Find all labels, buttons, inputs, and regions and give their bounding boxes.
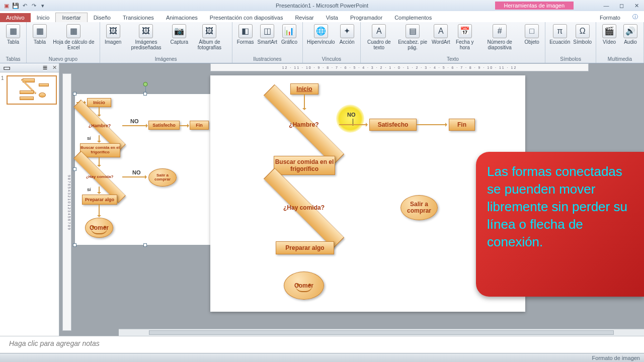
tab-vista[interactable]: Vista xyxy=(320,13,344,22)
shape-satisfecho[interactable]: Satisfecho xyxy=(369,119,417,131)
slides-panel-tabs: ▭ ≡ ✕ xyxy=(0,63,59,72)
ribbon-button[interactable]: ▦Hoja de cálculo de Excel xyxy=(51,23,97,51)
ribbon-button[interactable]: ▤Encabez. pie pág. xyxy=(395,23,430,51)
slide-number: 1 xyxy=(0,72,5,108)
ribbon-button[interactable]: 🖼Imagen xyxy=(103,23,123,51)
status-right-text: Formato de imagen xyxy=(592,355,640,361)
ribbon-icon: A xyxy=(372,24,386,38)
resize-handle-s[interactable] xyxy=(143,243,147,247)
ribbon-button[interactable]: □Objeto xyxy=(522,23,542,51)
ribbon-help-icon[interactable]: ⓘ xyxy=(626,12,644,22)
ribbon-group-label: Vínculos xyxy=(322,56,341,63)
minimize-button[interactable]: — xyxy=(601,3,612,9)
connector xyxy=(99,187,100,194)
ribbon-icon: # xyxy=(493,24,507,38)
slides-tab-icon[interactable]: ▭ xyxy=(0,63,14,72)
selected-group-frame[interactable]: Inicio ¿Hambre? NO Satisfecho Fin SÍ Bus… xyxy=(74,94,216,245)
tab-file[interactable]: Archivo xyxy=(0,13,31,22)
ribbon-group: 🖼Imagen🖼Imágenes prediseñadas📷Captura🖼Ál… xyxy=(100,22,232,63)
label-no-sm: NO xyxy=(130,118,139,124)
ribbon-button[interactable]: 🌐Hipervínculo xyxy=(306,23,336,46)
save-icon[interactable]: 💾 xyxy=(12,2,19,9)
ribbon-group: 🎬Vídeo🔊AudioMultimedia xyxy=(596,22,644,63)
slide-thumbnails-panel: ▭ ≡ ✕ 1 xyxy=(0,63,59,336)
ribbon-icon: 📅 xyxy=(458,24,472,38)
ribbon-button-label: Gráfico xyxy=(281,39,297,45)
shape-satisfecho-sm[interactable]: Satisfecho xyxy=(148,121,180,130)
redo-icon[interactable]: ↷ xyxy=(30,2,37,9)
ribbon-button[interactable]: ▦Tabla xyxy=(30,23,50,51)
close-button[interactable]: ✕ xyxy=(631,3,642,9)
tab-insertar[interactable]: Insertar xyxy=(55,13,87,22)
ribbon-button[interactable]: 🖼Álbum de fotografías xyxy=(190,23,228,51)
ribbon-button[interactable]: 📊Gráfico xyxy=(279,23,299,46)
horizontal-scrollbar[interactable] xyxy=(119,329,644,336)
ribbon-button-label: Imagen xyxy=(105,39,121,45)
shape-preparar-sm[interactable]: Preparar algo xyxy=(82,195,117,205)
undo-icon[interactable]: ↶ xyxy=(21,2,28,9)
shape-hambre-sm[interactable]: ¿Hambre? xyxy=(77,116,122,135)
ribbon-button-label: Tabla xyxy=(7,39,19,45)
shape-fin-sm[interactable]: Fin xyxy=(190,121,209,130)
ribbon-button[interactable]: πEcuación xyxy=(548,23,571,46)
shape-inicio-sm[interactable]: Inicio xyxy=(87,98,111,107)
label-si-sm: SÍ xyxy=(87,136,91,141)
shape-inicio[interactable]: Inicio xyxy=(290,83,318,95)
qat-dropdown-icon[interactable]: ▾ xyxy=(39,2,46,9)
shape-buscar[interactable]: Buscar comida en el frigorífico xyxy=(274,156,335,175)
notes-pane[interactable]: Haga clic para agregar notas xyxy=(0,336,644,353)
ribbon-button-label: Formas xyxy=(237,39,254,45)
ribbon-button[interactable]: ACuadro de texto xyxy=(364,23,394,51)
tab-complementos[interactable]: Complementos xyxy=(388,13,438,22)
resize-handle-n[interactable] xyxy=(143,92,147,96)
tab-transiciones[interactable]: Transiciones xyxy=(117,13,160,22)
ribbon-button[interactable]: ΩSímbolo xyxy=(572,23,593,46)
ribbon-button-label: Símbolo xyxy=(573,39,592,45)
connector xyxy=(304,95,305,110)
ribbon-button[interactable]: 📅Fecha y hora xyxy=(452,23,477,51)
ribbon-button[interactable]: ✦Acción xyxy=(337,23,357,46)
shape-salir-sm[interactable]: Salir a comprar xyxy=(148,168,177,187)
ribbon-button[interactable]: ◧Formas xyxy=(235,23,256,46)
shape-preparar[interactable]: Preparar algo xyxy=(276,241,334,254)
shape-hambre[interactable]: ¿Hambre? xyxy=(269,111,339,139)
ribbon-button[interactable]: ◫SmartArt xyxy=(257,23,278,46)
ribbon-button[interactable]: #Número de diapositiva xyxy=(478,23,521,51)
ribbon-button-label: Encabez. pie pág. xyxy=(396,39,429,50)
shape-salir[interactable]: Salir a comprar xyxy=(400,195,438,220)
ribbon-group: ACuadro de texto▤Encabez. pie pág.AWordA… xyxy=(361,22,546,63)
ribbon-button[interactable]: AWordArt xyxy=(431,23,451,51)
tab-programador[interactable]: Programador xyxy=(344,13,388,22)
shape-comer[interactable]: Comer xyxy=(284,272,324,300)
ribbon-button[interactable]: 🔊Audio xyxy=(620,23,640,46)
ribbon-button-label: WordArt xyxy=(432,39,450,45)
ribbon-group-label: Nuevo grupo xyxy=(49,56,77,63)
maximize-button[interactable]: ◻ xyxy=(616,3,627,9)
shape-hay[interactable]: ¿Hay comida? xyxy=(269,194,339,222)
tab-diseno[interactable]: Diseño xyxy=(88,13,117,22)
tab-animaciones[interactable]: Animaciones xyxy=(160,13,204,22)
scrollbar-thumb[interactable] xyxy=(149,330,614,335)
shape-comer-sm[interactable]: Comer xyxy=(85,218,113,238)
connector xyxy=(122,176,146,177)
outline-tab-icon[interactable]: ≡ xyxy=(40,63,50,72)
ribbon-button-label: Cuadro de texto xyxy=(365,39,393,50)
tab-formato[interactable]: Formato xyxy=(594,13,626,22)
resize-handle-w[interactable] xyxy=(73,167,76,171)
ribbon-button[interactable]: ▦Tabla xyxy=(3,23,23,46)
ribbon-icon: ◧ xyxy=(238,24,253,38)
shape-buscar-sm[interactable]: Buscar comida en el frigorífico xyxy=(80,143,120,157)
resize-handle-nw[interactable] xyxy=(73,92,76,96)
slide-thumbnail-1[interactable] xyxy=(7,75,57,105)
close-panel-icon[interactable]: ✕ xyxy=(50,64,59,71)
ribbon-button[interactable]: 🎬Vídeo xyxy=(599,23,619,46)
ribbon-icon: 🖼 xyxy=(202,24,216,38)
ribbon-button[interactable]: 📷Captura xyxy=(169,23,189,51)
ribbon-button[interactable]: 🖼Imágenes prediseñadas xyxy=(124,23,169,51)
tab-inicio[interactable]: Inicio xyxy=(31,13,56,22)
tab-presentacion[interactable]: Presentación con diapositivas xyxy=(204,13,289,22)
tab-revisar[interactable]: Revisar xyxy=(289,13,319,22)
shape-fin[interactable]: Fin xyxy=(449,119,475,131)
shape-hay-sm[interactable]: ¿Hay comida? xyxy=(77,167,122,187)
resize-handle-sw[interactable] xyxy=(73,243,76,247)
